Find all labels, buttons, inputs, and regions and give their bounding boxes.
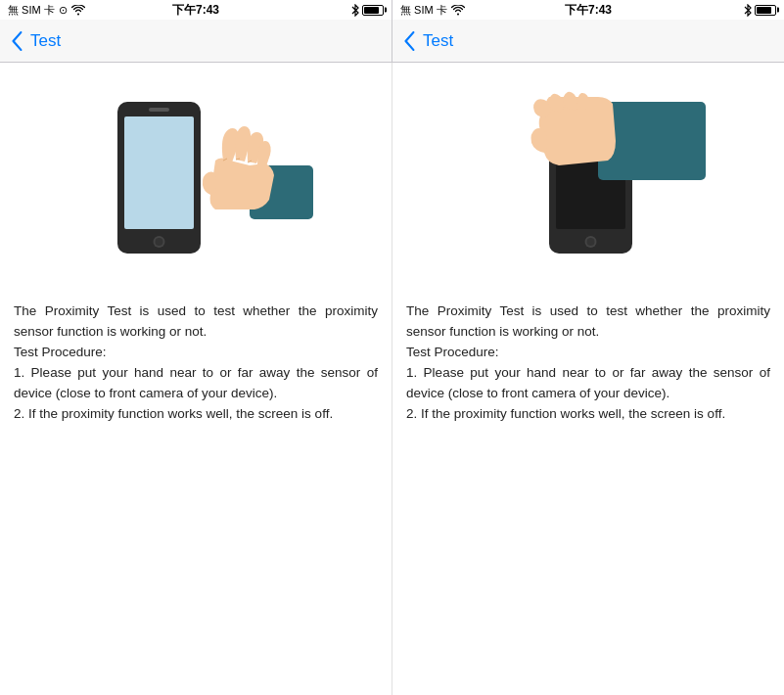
status-time-right: 下午7:43 [565, 2, 612, 19]
svg-point-13 [587, 238, 595, 246]
description-right: The Proximity Test is used to test wheth… [406, 301, 770, 425]
wifi-icon-left: ⊙ [59, 4, 68, 17]
status-right-icons-left [351, 4, 384, 17]
status-right-icons-right [744, 4, 776, 17]
description-left: The Proximity Test is used to test wheth… [14, 301, 378, 425]
nav-bar-right: Test [392, 20, 784, 63]
battery-icon-left [362, 5, 384, 16]
bluetooth-icon-left [351, 4, 359, 17]
status-bar-left: 無 SIM 卡 ⊙ 下午7:43 [0, 0, 392, 20]
status-bar-right: 無 SIM 卡 下午7:43 [392, 0, 784, 20]
illustration-right [406, 82, 770, 278]
wifi-signal-left [71, 5, 85, 16]
svg-rect-2 [149, 108, 169, 112]
back-button-right[interactable]: Test [404, 31, 453, 51]
main-panels: The Proximity Test is used to test wheth… [0, 63, 784, 695]
svg-rect-1 [124, 116, 194, 229]
panel-right: The Proximity Test is used to test wheth… [392, 63, 784, 695]
nav-bars: Test Test [0, 20, 784, 63]
status-left-info: 無 SIM 卡 ⊙ [8, 3, 85, 18]
illustration-left [14, 82, 378, 278]
back-button-left[interactable]: Test [12, 31, 61, 51]
battery-icon-right [755, 5, 776, 16]
sim-label-left: 無 SIM 卡 [8, 3, 55, 18]
status-bars: 無 SIM 卡 ⊙ 下午7:43 [0, 0, 784, 20]
status-time-left: 下午7:43 [172, 2, 219, 19]
back-label-right: Test [423, 31, 453, 51]
back-label-left: Test [30, 31, 61, 51]
status-left-info-right: 無 SIM 卡 [400, 3, 465, 18]
bluetooth-icon-right [744, 4, 752, 17]
nav-bar-left: Test [0, 20, 392, 63]
sim-label-right: 無 SIM 卡 [400, 3, 447, 18]
wifi-signal-right [451, 5, 465, 16]
svg-point-4 [156, 238, 163, 246]
proximity-illustration-dark [406, 82, 770, 278]
panel-left: The Proximity Test is used to test wheth… [0, 63, 392, 695]
proximity-illustration-light [14, 82, 378, 278]
